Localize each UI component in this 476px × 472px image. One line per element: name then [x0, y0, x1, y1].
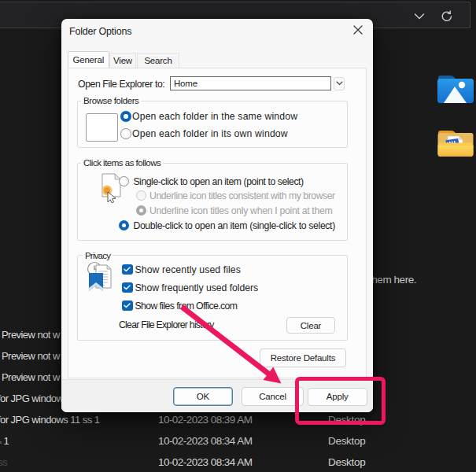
highlight-rectangle	[295, 377, 386, 425]
radio-single-click-label[interactable]: Single-click to open an item (point to s…	[133, 177, 303, 187]
radio-underline-point-label[interactable]: Underline icon titles only when I point …	[149, 206, 332, 216]
radio-double-click-label[interactable]: Double-click to open an item (single-cli…	[133, 221, 335, 231]
clear-button[interactable]: Clear	[286, 317, 335, 334]
checkbox-recent-files[interactable]	[122, 264, 133, 275]
tab-view[interactable]: View	[109, 53, 136, 68]
browse-folders-group	[77, 101, 348, 148]
pictures-folder-icon[interactable]	[436, 74, 474, 105]
file-date: 10-02-2023 08:34 AM	[158, 435, 252, 448]
tab-search[interactable]: Search	[137, 53, 179, 68]
open-to-label: Open File Explorer to:	[78, 79, 164, 90]
privacy-legend: Privacy	[83, 251, 113, 261]
refresh-icon[interactable]	[441, 10, 453, 23]
restore-defaults-button[interactable]: Restore Defaults	[260, 348, 346, 367]
file-name[interactable]: 1	[4, 435, 9, 448]
file-location: Desktop	[328, 456, 365, 469]
file-name[interactable]: Preview not w	[2, 329, 60, 341]
file-name[interactable]: ss	[0, 456, 7, 469]
file-name[interactable]: Preview not w	[2, 371, 60, 384]
radio-underline-consistent-label[interactable]: Underline icon titles consistent with my…	[149, 191, 335, 201]
tab-general[interactable]: General	[68, 51, 110, 68]
file-location: Desktop	[328, 435, 365, 448]
radio-own-window[interactable]	[120, 128, 131, 139]
combo-dropdown-button[interactable]	[334, 77, 345, 90]
radio-same-window[interactable]	[120, 111, 131, 122]
checkbox-frequent-folders-label[interactable]: Show frequently used folders	[135, 283, 259, 293]
click-items-legend: Click items as follows	[81, 158, 163, 168]
documents-folder-icon[interactable]	[437, 129, 474, 158]
checkbox-recent-files-label[interactable]: Show recently used files	[135, 265, 242, 275]
file-date: 10-02-2023 08:39 AM	[158, 414, 252, 426]
chevron-down-icon[interactable]	[414, 13, 425, 20]
file-date: 10-02-2023 08:34 AM	[158, 456, 252, 469]
file-icon-fragment	[0, 441, 2, 444]
check-icon	[124, 303, 131, 308]
drop-hint-text: them here.	[369, 274, 416, 286]
clear-history-label: Clear File Explorer history	[119, 320, 214, 330]
radio-same-window-label[interactable]: Open each folder in the same window	[132, 112, 297, 122]
privacy-icon	[86, 260, 114, 292]
radio-own-window-label[interactable]: Open each folder in its own window	[132, 129, 288, 139]
file-name[interactable]: for JPG windows 11 ss 1	[0, 414, 99, 426]
close-icon	[353, 25, 363, 35]
file-name[interactable]: for JPG window	[0, 393, 63, 405]
open-to-combobox[interactable]: Home	[170, 76, 331, 90]
browse-folders-legend: Browse folders	[81, 96, 141, 106]
checkbox-office-files-label[interactable]: Show files from Office.com	[135, 301, 238, 312]
file-name[interactable]: Preview not w	[2, 350, 60, 363]
checkbox-office-files[interactable]	[122, 301, 133, 312]
check-icon	[124, 267, 131, 272]
close-button[interactable]	[349, 21, 367, 39]
folder-options-dialog: Folder Options General View Search Open …	[61, 19, 373, 412]
dialog-title: Folder Options	[69, 26, 131, 37]
folder-window-icon	[86, 113, 118, 142]
checkbox-frequent-folders[interactable]	[122, 282, 133, 293]
check-icon	[124, 285, 131, 290]
chevron-down-icon	[336, 81, 343, 86]
ok-button[interactable]: OK	[173, 387, 234, 406]
